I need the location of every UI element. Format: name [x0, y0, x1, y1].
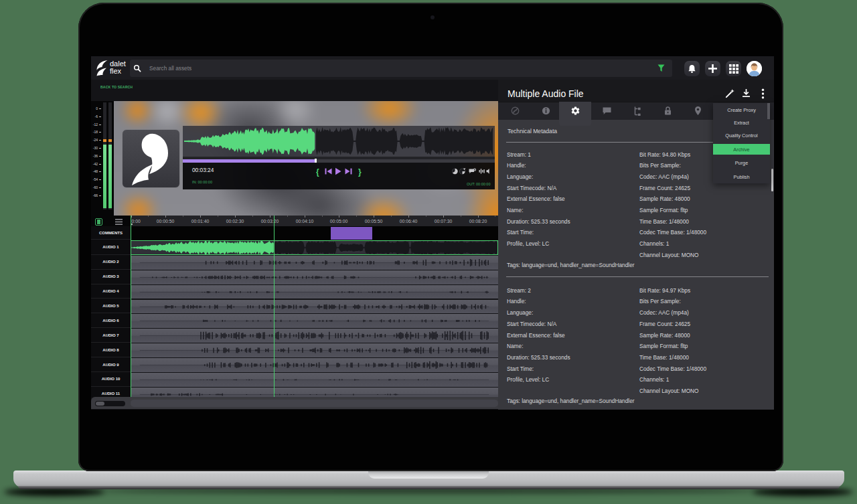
- svg-text:}: }: [358, 167, 362, 177]
- svg-text:{: {: [316, 167, 319, 177]
